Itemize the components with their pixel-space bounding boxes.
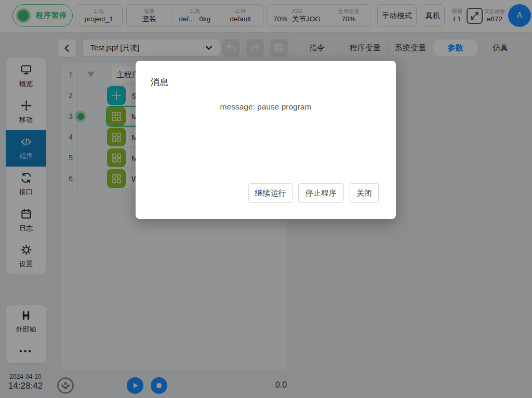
continue-run-button[interactable]: 继续运行 [248, 183, 292, 203]
dialog-message: message: pause program [136, 102, 396, 112]
dialog-title: 消息 [151, 76, 168, 88]
close-button[interactable]: 关闭 [350, 183, 379, 203]
stop-program-button[interactable]: 停止程序 [298, 183, 344, 203]
robot-pendant-screen: 程序暂停 工程 project_1 安装 竖装 工具 def... 0kg [0, 0, 532, 398]
message-dialog: 消息 message: pause program 继续运行 停止程序 关闭 [136, 61, 396, 219]
